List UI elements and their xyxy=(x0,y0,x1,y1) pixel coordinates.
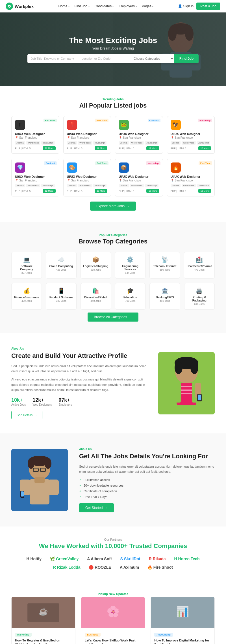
category-icon: 💻 xyxy=(14,256,39,263)
logo[interactable]: Workplex xyxy=(6,3,34,10)
category-count: 618 Jobs xyxy=(187,303,212,305)
job-tag: JavaScript xyxy=(145,184,158,187)
stat-designers: 12k+ Web Designers xyxy=(32,397,52,406)
category-card[interactable]: 📡 Telecom/ Internet 380 Jobs xyxy=(149,252,180,279)
feature-text: Free Trial 7 Days xyxy=(84,495,107,498)
arrow-right-icon: → xyxy=(126,204,130,208)
categories-section: Popular Categories Browse Top Categories… xyxy=(0,222,226,333)
profile-desc1: Sed ut perspiciatis unde iste natus erro… xyxy=(11,363,147,374)
blog-img-svg: 🌸 xyxy=(81,597,145,628)
job-meta: PHP | HTML5 xyxy=(67,147,82,150)
svg-rect-36 xyxy=(21,491,24,497)
job-apply[interactable]: 12 More xyxy=(198,189,211,193)
job-tag: WordPress xyxy=(78,141,92,145)
blog-content: Business Let's Know How Skillup Work Fas… xyxy=(81,628,145,644)
blog-content: Marketing How To Register & Enrolled on … xyxy=(12,628,75,644)
location-input[interactable] xyxy=(78,54,129,63)
nav-candidates[interactable]: Candidates ▾ xyxy=(95,4,114,8)
jobs-grid-row2: Contract 💎 UI/UX Web Designer 📍 San Fran… xyxy=(11,159,215,196)
profile-person-image xyxy=(158,352,215,414)
job-apply[interactable]: 12 More xyxy=(95,189,107,193)
partner-logo: H Hotify xyxy=(26,557,42,561)
category-card[interactable]: ⚙️ Engineering Services 544 Jobs xyxy=(115,252,145,279)
job-apply[interactable]: 12 More xyxy=(95,146,107,150)
profile-title: Create and Build Your Attractive Profile xyxy=(11,352,147,360)
job-location: 📍 San Francisco xyxy=(15,136,56,139)
job-footer: PHP | HTML5 12 More xyxy=(67,146,108,150)
nav-employers[interactable]: Employers ▾ xyxy=(119,4,137,8)
category-card[interactable]: 📦 Logistics/Shipping 638 Jobs xyxy=(81,252,111,279)
svg-point-12 xyxy=(175,361,182,374)
browse-all-categories-button[interactable]: Browse All Categories → xyxy=(88,313,138,322)
category-icon: 🎓 xyxy=(118,287,143,294)
category-icon: 🏦 xyxy=(152,287,177,294)
job-footer: PHP | HTML5 12 More xyxy=(119,146,159,150)
job-apply[interactable]: 12 More xyxy=(198,146,211,150)
category-icon: 🛍️ xyxy=(83,287,108,294)
category-icon: 🖨️ xyxy=(187,287,212,294)
category-count: 307 Jobs xyxy=(14,271,39,274)
nav-find-job[interactable]: Find Job ▾ xyxy=(75,4,90,8)
job-tags: JoomlaWordPressJavaScript xyxy=(67,141,108,145)
nav-home[interactable]: Home ▾ xyxy=(58,4,69,8)
job-logo: 💎 xyxy=(15,162,25,173)
job-tag: JavaScript xyxy=(145,141,158,145)
category-card[interactable]: 🏦 Banking/BPO 410 Jobs xyxy=(149,283,180,310)
get-jobs-text: About Us Get All The Jobs Details You're… xyxy=(79,448,215,512)
job-badge: Full Time xyxy=(95,161,108,165)
job-apply[interactable]: 12 More xyxy=(43,189,55,193)
blog-label: Pickup New Updates xyxy=(11,592,215,596)
job-tags: JoomlaWordPressJavaScript xyxy=(171,184,211,187)
job-search-input[interactable] xyxy=(27,54,78,63)
job-title: UI/UX Web Designer xyxy=(119,175,159,178)
category-card[interactable]: 📱 Product Software 332 Jobs xyxy=(46,283,76,310)
job-tags: JoomlaWordPressJavaScript xyxy=(67,184,108,187)
nav-pages[interactable]: Pages ▾ xyxy=(142,4,153,8)
job-card: Full Time F UI/UX Web Designer 📍 San Fra… xyxy=(11,116,59,154)
explore-more-jobs-button[interactable]: Explore More Jobs → xyxy=(90,202,136,211)
stat-active-jobs-label: Active Jobs xyxy=(11,403,26,406)
see-details-button[interactable]: See Details → xyxy=(11,411,42,419)
svg-point-0 xyxy=(8,5,11,8)
category-count: 700 Jobs xyxy=(118,299,143,302)
job-tag: WordPress xyxy=(182,184,195,187)
category-select[interactable]: Choose Categories xyxy=(129,54,174,63)
blog-category: Accounting xyxy=(154,633,173,637)
feature-list: ✓ Full lifetime access ✓ 20+ downloadabl… xyxy=(79,478,215,499)
job-apply[interactable]: 12 More xyxy=(146,189,159,193)
signin-button[interactable]: 👤 Sign in xyxy=(178,4,194,8)
job-apply[interactable]: 12 More xyxy=(146,146,159,150)
navbar: Workplex Home ▾ Find Job ▾ Candidates ▾ … xyxy=(0,0,226,12)
job-apply[interactable]: 12 More xyxy=(43,146,55,150)
find-job-button[interactable]: Find Job xyxy=(174,54,199,63)
profile-desc2: At vero eos et accusamus et iusto odio d… xyxy=(11,377,147,393)
category-card[interactable]: 💻 Software Company 307 Jobs xyxy=(11,252,42,279)
category-card[interactable]: 💰 Finance/Insurance 430 Jobs xyxy=(11,283,42,310)
job-footer: PHP | HTML5 12 More xyxy=(171,146,211,150)
feature-item: ✓ Certificate of completion xyxy=(79,489,215,493)
category-card[interactable]: 🎓 Education 700 Jobs xyxy=(115,283,145,310)
get-started-button[interactable]: Get Started → xyxy=(79,503,114,512)
blog-content: Accounting How To Improve Digital Market… xyxy=(151,628,214,644)
job-tags: JoomlaWordPressJavaScript xyxy=(119,141,159,145)
job-card: Part Time 🔥 UI/UX Web Designer 📍 San Fra… xyxy=(167,159,215,196)
post-job-button[interactable]: Post a Job xyxy=(196,3,220,10)
stat-employers: 07k+ Employers xyxy=(58,397,72,406)
blog-image: 🌸 xyxy=(81,597,145,628)
blog-title: Let's Know How Skillup Work Fast and Sec… xyxy=(85,638,142,644)
blog-grid: ☕ Marketing How To Register & Enrolled o… xyxy=(11,597,215,644)
category-card[interactable]: 🖨️ Printing & Packaging 618 Jobs xyxy=(184,283,215,310)
get-jobs-label: About Us xyxy=(79,448,215,451)
job-tags: JoomlaWordPressJavaScript xyxy=(119,184,159,187)
category-count: 428 Jobs xyxy=(48,268,74,271)
category-card[interactable]: ☁️ Cloud Computing 428 Jobs xyxy=(46,252,76,279)
category-card[interactable]: 🛍️ Diversified/Retail 440 Jobs xyxy=(81,283,111,310)
get-jobs-person-svg xyxy=(11,449,68,511)
popular-jobs-title: All Popular Listed jobs xyxy=(11,102,215,109)
category-count: 473 Jobs xyxy=(186,268,212,271)
feature-text: Certificate of completion xyxy=(84,489,117,493)
job-logo: 🦅 xyxy=(171,120,181,130)
job-title: UI/UX Web Designer xyxy=(67,132,108,136)
category-name: Healthcare/Pharma xyxy=(186,265,212,268)
category-card[interactable]: 🏥 Healthcare/Pharma 473 Jobs xyxy=(184,252,215,279)
